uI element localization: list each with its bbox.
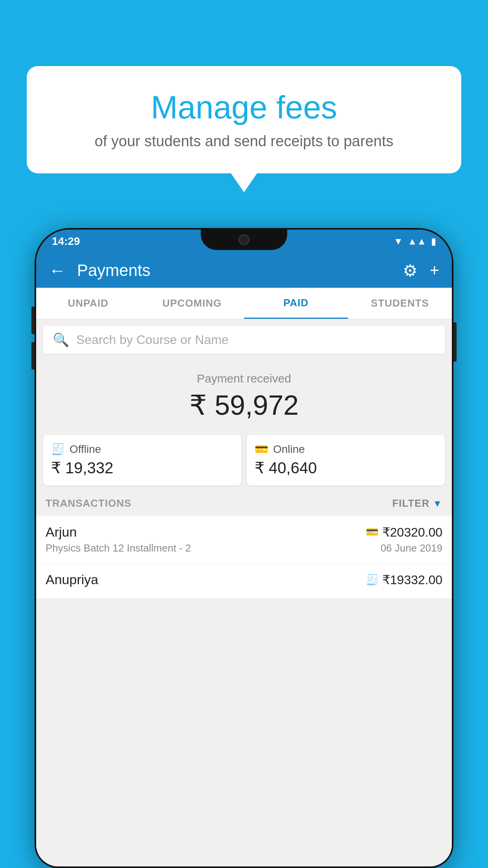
- online-amount: ₹ 40,640: [255, 459, 437, 477]
- search-icon: 🔍: [53, 332, 69, 348]
- vol-down-button: [31, 342, 35, 370]
- app-bar: ← Payments ⚙ +: [36, 253, 452, 288]
- offline-icon: 🧾: [51, 443, 65, 456]
- offline-card-header: 🧾 Offline: [51, 443, 233, 456]
- payment-type-icon: 🧾: [366, 574, 378, 586]
- offline-label: Offline: [70, 443, 101, 456]
- payment-received-section: Payment received ₹ 59,972: [36, 360, 452, 429]
- transaction-amount: 🧾 ₹19332.00: [366, 572, 442, 587]
- payment-label: Payment received: [44, 372, 444, 385]
- tab-unpaid[interactable]: UNPAID: [36, 288, 140, 319]
- filter-icon: ▼: [433, 498, 442, 509]
- settings-icon[interactable]: ⚙: [403, 261, 418, 280]
- transaction-top-row: Anupriya 🧾 ₹19332.00: [46, 572, 442, 587]
- transaction-amount: 💳 ₹20320.00: [366, 525, 442, 540]
- signal-icon: ▲▲: [407, 236, 426, 247]
- transactions-label: TRANSACTIONS: [46, 497, 132, 509]
- search-input[interactable]: Search by Course or Name: [76, 333, 229, 347]
- offline-amount: ₹ 19,332: [51, 459, 233, 477]
- transaction-name: Arjun: [46, 524, 77, 540]
- transaction-date: 06 June 2019: [380, 542, 442, 554]
- speech-bubble: Manage fees of your students and send re…: [27, 66, 461, 173]
- main-content: 🔍 Search by Course or Name Payment recei…: [36, 319, 452, 866]
- filter-button[interactable]: FILTER ▼: [392, 497, 442, 509]
- transaction-bottom-row: Physics Batch 12 Installment - 2 06 June…: [46, 542, 442, 554]
- bubble-subtitle: of your students and send receipts to pa…: [46, 133, 442, 150]
- power-button: [453, 322, 457, 362]
- transaction-name: Anupriya: [46, 572, 98, 587]
- bubble-title: Manage fees: [46, 90, 442, 125]
- transaction-top-row: Arjun 💳 ₹20320.00: [46, 524, 442, 540]
- tab-paid[interactable]: PAID: [244, 288, 348, 319]
- payment-type-icon: 💳: [366, 526, 378, 538]
- status-time: 14:29: [52, 235, 80, 248]
- transaction-description: Physics Batch 12 Installment - 2: [46, 542, 191, 554]
- app-bar-icons: ⚙ +: [403, 261, 439, 280]
- wifi-icon: ▼: [394, 236, 403, 247]
- tab-upcoming[interactable]: UPCOMING: [140, 288, 244, 319]
- online-card-header: 💳 Online: [255, 443, 437, 456]
- front-camera: [238, 234, 250, 245]
- online-icon: 💳: [255, 443, 268, 456]
- filter-label: FILTER: [392, 497, 429, 509]
- search-bar[interactable]: 🔍 Search by Course or Name: [43, 326, 445, 354]
- transactions-header: TRANSACTIONS FILTER ▼: [36, 491, 452, 516]
- tabs-bar: UNPAID UPCOMING PAID STUDENTS: [36, 288, 452, 319]
- status-icons: ▼ ▲▲ ▮: [394, 236, 436, 247]
- phone-frame: 14:29 ▼ ▲▲ ▮ ← Payments ⚙ + UNPAID UPCOM…: [35, 228, 453, 868]
- transaction-amount-value: ₹20320.00: [382, 525, 442, 540]
- online-label: Online: [273, 443, 305, 456]
- vol-up-button: [31, 307, 35, 334]
- phone-screen: 14:29 ▼ ▲▲ ▮ ← Payments ⚙ + UNPAID UPCOM…: [36, 230, 452, 866]
- table-row[interactable]: Arjun 💳 ₹20320.00 Physics Batch 12 Insta…: [36, 516, 452, 563]
- phone-notch: [201, 230, 287, 250]
- payment-cards-row: 🧾 Offline ₹ 19,332 💳 Online ₹ 40,640: [36, 429, 452, 491]
- back-button[interactable]: ←: [49, 261, 66, 280]
- online-card: 💳 Online ₹ 40,640: [247, 435, 445, 485]
- battery-icon: ▮: [431, 236, 436, 247]
- payment-amount: ₹ 59,972: [44, 389, 444, 421]
- transaction-amount-value: ₹19332.00: [382, 572, 442, 587]
- tab-students[interactable]: STUDENTS: [348, 288, 452, 319]
- add-icon[interactable]: +: [429, 261, 439, 280]
- offline-card: 🧾 Offline ₹ 19,332: [43, 435, 241, 485]
- app-title: Payments: [77, 261, 403, 280]
- table-row[interactable]: Anupriya 🧾 ₹19332.00: [36, 563, 452, 599]
